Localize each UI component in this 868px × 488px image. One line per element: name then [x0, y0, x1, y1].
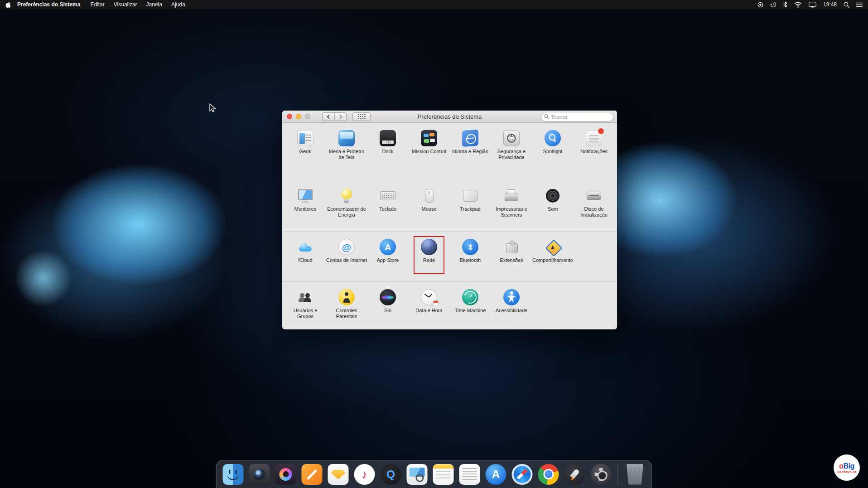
dock-music-icon[interactable]: ♪ — [354, 464, 375, 485]
dock-notes-icon[interactable] — [433, 464, 454, 485]
dock-pref-icon[interactable] — [380, 130, 396, 146]
security-privacy-icon[interactable] — [503, 130, 520, 146]
pref-item-usuarios-grupos[interactable]: Usuários e Grupos — [285, 289, 326, 329]
internet-accounts-icon[interactable]: @ — [338, 239, 355, 255]
zoom-button[interactable] — [305, 114, 310, 119]
forward-button[interactable] — [334, 112, 347, 121]
pref-item-acessibilidade[interactable]: Acessibilidade — [491, 289, 532, 329]
pref-item-mouse[interactable]: Mouse — [409, 188, 450, 231]
general-icon[interactable] — [297, 130, 313, 146]
apple-menu-icon[interactable] — [5, 1, 11, 8]
notifications-icon[interactable] — [586, 130, 602, 146]
dock-chrome-icon[interactable] — [538, 464, 559, 485]
time-machine-pref-icon[interactable] — [462, 289, 478, 305]
dock-finder-icon[interactable] — [223, 464, 244, 485]
dock-sketch-icon[interactable] — [328, 464, 349, 485]
pref-item-notificacoes[interactable]: Notificações — [574, 130, 615, 180]
menu-bar-clock[interactable]: 19:48 — [823, 1, 837, 8]
pref-item-controles-parentais[interactable]: Controles Parentais — [326, 289, 367, 329]
pref-item-geral[interactable]: Geral — [285, 130, 326, 180]
pref-item-mission-control[interactable]: Mission Control — [409, 130, 450, 180]
pref-item-app-store[interactable]: A App Store — [367, 239, 409, 281]
pref-item-rede[interactable]: Rede — [409, 239, 450, 281]
pref-item-siri[interactable]: Siri — [367, 289, 409, 329]
dock-trash-icon[interactable] — [625, 464, 646, 485]
notification-list-icon[interactable] — [856, 2, 863, 7]
bluetooth-pref-icon[interactable] — [462, 239, 478, 255]
dock-textedit-icon[interactable] — [459, 464, 480, 485]
sound-icon[interactable] — [545, 188, 561, 204]
dock-system-preferences-icon[interactable] — [591, 464, 612, 485]
pref-item-contas-internet[interactable]: @ Contas de Internet — [326, 239, 367, 281]
nav-buttons — [322, 112, 347, 121]
app-menu-title[interactable]: Preferências do Sistema — [17, 1, 80, 8]
spotlight-icon[interactable] — [844, 2, 849, 8]
language-region-icon[interactable] — [462, 130, 478, 147]
time-machine-icon[interactable] — [770, 1, 776, 8]
pref-item-idioma-regiao[interactable]: Idioma e Região — [450, 130, 491, 180]
startup-disk-icon[interactable] — [586, 188, 602, 204]
icloud-icon[interactable] — [297, 239, 313, 255]
mouse-icon[interactable] — [421, 188, 437, 204]
pref-label: Siri — [384, 308, 391, 314]
dock-video-editor-icon[interactable] — [275, 464, 296, 485]
dock-app-store-icon[interactable]: A — [486, 464, 506, 485]
dock-quicktime-icon[interactable]: Q — [381, 464, 401, 485]
system-preferences-window: Preferências do Sistema Geral Mesa e Pro… — [282, 111, 617, 329]
pref-item-som[interactable]: Som — [532, 188, 574, 231]
dock-rocket-app-icon[interactable] — [564, 464, 585, 485]
pref-item-monitores[interactable]: Monitores — [285, 188, 326, 231]
bluetooth-icon[interactable] — [783, 1, 787, 8]
sharing-icon[interactable] — [545, 239, 561, 255]
pref-item-spotlight[interactable]: Spotlight — [532, 130, 574, 180]
display-mirroring-icon[interactable] — [809, 2, 816, 8]
back-button[interactable] — [322, 112, 334, 121]
parental-controls-icon[interactable] — [338, 289, 355, 305]
mission-control-icon[interactable] — [421, 130, 437, 146]
app-store-pref-icon[interactable]: A — [380, 239, 396, 255]
record-icon[interactable] — [757, 2, 763, 8]
printers-scanners-icon[interactable] — [503, 188, 520, 204]
dock-image-capture-icon[interactable] — [249, 464, 270, 485]
pref-item-bluetooth[interactable]: Bluetooth — [450, 239, 491, 281]
pref-item-seguranca-privacidade[interactable]: Segurança e Privacidade — [491, 130, 532, 180]
energy-saver-icon[interactable] — [338, 188, 355, 204]
minimize-button[interactable] — [296, 114, 301, 119]
displays-icon[interactable] — [297, 188, 313, 204]
pref-label: Geral — [299, 149, 312, 155]
window-titlebar[interactable]: Preferências do Sistema — [282, 111, 617, 123]
menu-ajuda[interactable]: Ajuda — [171, 1, 185, 8]
date-time-icon[interactable] — [421, 289, 437, 305]
spotlight-pref-icon[interactable] — [545, 130, 561, 146]
dock-preview-icon[interactable] — [407, 464, 428, 485]
search-input[interactable] — [541, 113, 613, 121]
pref-label: Controles Parentais — [326, 308, 367, 319]
pref-item-teclado[interactable]: Teclado — [367, 188, 409, 231]
menu-editar[interactable]: Editar — [90, 1, 104, 8]
siri-icon[interactable] — [380, 289, 396, 305]
menu-visualizar[interactable]: Visualizar — [114, 1, 137, 8]
wifi-icon[interactable] — [794, 2, 802, 8]
pref-item-economizador[interactable]: Economizador de Energia — [326, 188, 367, 231]
pref-item-icloud[interactable]: iCloud — [285, 239, 326, 281]
dock-pencil-app-icon[interactable] — [302, 464, 323, 485]
accessibility-icon[interactable] — [503, 289, 520, 305]
close-button[interactable] — [287, 114, 292, 119]
menu-janela[interactable]: Janela — [146, 1, 162, 8]
dock-safari-icon[interactable] — [512, 464, 533, 485]
show-all-button[interactable] — [352, 112, 371, 121]
pref-item-data-hora[interactable]: Data e Hora — [409, 289, 450, 329]
pref-item-disco-inicializacao[interactable]: Disco de Inicialização — [574, 188, 615, 231]
pref-item-extensoes[interactable]: Extensões — [491, 239, 532, 281]
pref-item-mesa-e-protetor[interactable]: Mesa e Protetor de Tela — [326, 130, 367, 180]
pref-item-trackpad[interactable]: Trackpad — [450, 188, 491, 231]
users-groups-icon[interactable] — [297, 289, 313, 305]
keyboard-icon[interactable] — [380, 188, 396, 204]
pref-item-dock[interactable]: Dock — [367, 130, 409, 180]
pref-item-time-machine[interactable]: Time Machine — [450, 289, 491, 329]
pref-item-compartilhamento[interactable]: Compartilhamento — [532, 239, 574, 281]
desktop-screensaver-icon[interactable] — [338, 130, 355, 146]
pref-item-impressoras[interactable]: Impressoras e Scanners — [491, 188, 532, 231]
extensions-icon[interactable] — [503, 239, 520, 255]
trackpad-icon[interactable] — [462, 188, 478, 204]
